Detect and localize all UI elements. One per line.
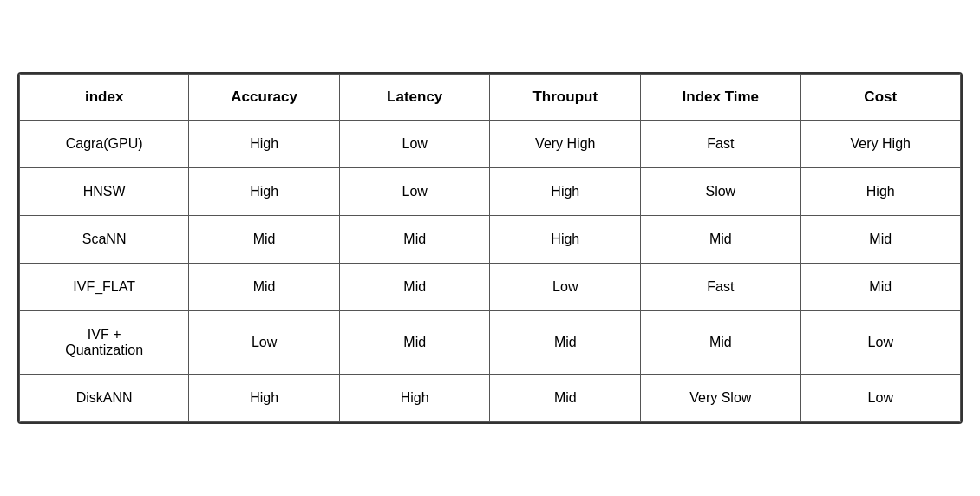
cell-latency-3: Mid [339,264,490,311]
cell-accuracy-0: High [189,121,340,168]
table-row: IVF +QuantizationLowMidMidMidLow [20,311,961,375]
cell-cost-5: Low [800,375,960,422]
cell-throughput-3: Low [490,264,641,311]
cell-cost-4: Low [800,311,960,375]
cell-throughput-2: High [490,216,641,264]
cell-cost-2: Mid [800,216,960,264]
cell-throughput-5: Mid [490,375,641,422]
cell-accuracy-5: High [189,375,340,422]
cell-latency-4: Mid [339,311,490,375]
cell-accuracy-4: Low [189,311,340,375]
cell-index-4: IVF +Quantization [20,311,189,375]
cell-accuracy-1: High [189,168,340,216]
cell-throughput-0: Very High [490,121,641,168]
cell-throughput-4: Mid [490,311,641,375]
col-header-cost: Cost [800,75,960,121]
table-row: ScaNNMidMidHighMidMid [20,216,961,264]
cell-cost-0: Very High [800,121,960,168]
cell-accuracy-3: Mid [189,264,340,311]
cell-index-1: HNSW [20,168,189,216]
table-row: IVF_FLATMidMidLowFastMid [20,264,961,311]
cell-cost-1: High [800,168,960,216]
cell-latency-5: High [339,375,490,422]
col-header-throughput: Throuput [490,75,641,121]
cell-indexTime-0: Fast [641,121,800,168]
col-header-indexTime: Index Time [641,75,800,121]
cell-indexTime-1: Slow [641,168,800,216]
table-row: Cagra(GPU)HighLowVery HighFastVery High [20,121,961,168]
cell-cost-3: Mid [800,264,960,311]
cell-indexTime-4: Mid [641,311,800,375]
cell-indexTime-2: Mid [641,216,800,264]
table-row: DiskANNHighHighMidVery SlowLow [20,375,961,422]
cell-latency-2: Mid [339,216,490,264]
cell-throughput-1: High [490,168,641,216]
cell-index-0: Cagra(GPU) [20,121,189,168]
cell-latency-1: Low [339,168,490,216]
cell-indexTime-5: Very Slow [641,375,800,422]
cell-index-2: ScaNN [20,216,189,264]
cell-index-5: DiskANN [20,375,189,422]
col-header-accuracy: Accuracy [189,75,340,121]
col-header-latency: Latency [339,75,490,121]
cell-latency-0: Low [339,121,490,168]
cell-index-3: IVF_FLAT [20,264,189,311]
comparison-table: indexAccuracyLatencyThrouputIndex TimeCo… [17,72,963,424]
cell-indexTime-3: Fast [641,264,800,311]
table-row: HNSWHighLowHighSlowHigh [20,168,961,216]
cell-accuracy-2: Mid [189,216,340,264]
col-header-index: index [20,75,189,121]
